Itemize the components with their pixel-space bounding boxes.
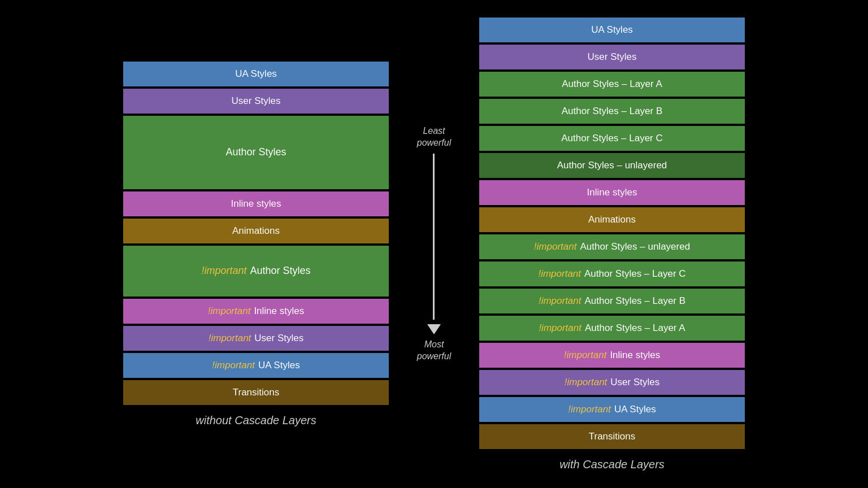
important-author-unlayered-important-label: !important <box>534 241 577 252</box>
middle-section: Leastpowerful Mostpowerful <box>389 11 479 477</box>
ua-styles-row: UA Styles <box>123 62 389 86</box>
important-author-layer-a-important-label: !important <box>539 323 581 334</box>
important-author-layer-a-row: !important Author Styles – Layer A <box>479 316 745 341</box>
arrow-line <box>433 154 435 320</box>
arrow-container: Leastpowerful Mostpowerful <box>417 125 451 363</box>
important-author-layer-b-important-label: !important <box>539 295 581 307</box>
arrow-shaft <box>433 149 435 325</box>
left-diagram-label: without Cascade Layers <box>196 414 316 427</box>
important-inline-row: !important Inline styles <box>123 299 389 324</box>
important-ua-row: !important UA Styles <box>479 397 745 422</box>
main-container: UA StylesUser StylesAuthor StylesInline … <box>0 0 868 488</box>
author-unlayered-row: Author Styles – unlayered <box>479 153 745 178</box>
important-inline-important-label: !important <box>208 306 251 317</box>
user-styles-row: User Styles <box>479 45 745 69</box>
author-layer-b-row: Author Styles – Layer B <box>479 99 745 124</box>
transitions-row: Transitions <box>123 380 389 405</box>
inline-styles-row: Inline styles <box>479 180 745 205</box>
author-styles-row: Author Styles <box>123 116 389 189</box>
ua-styles-row: UA Styles <box>479 18 745 42</box>
right-diagram-wrapper: UA StylesUser StylesAuthor Styles – Laye… <box>479 18 745 471</box>
user-styles-row: User Styles <box>123 89 389 114</box>
author-layer-a-row: Author Styles – Layer A <box>479 72 745 97</box>
important-author-layer-c-row: !important Author Styles – Layer C <box>479 262 745 286</box>
important-inline-important-label: !important <box>564 350 607 361</box>
important-ua-important-label: !important <box>568 404 611 415</box>
arrow-head <box>427 324 441 334</box>
inline-styles-row: Inline styles <box>123 191 389 216</box>
important-user-row: !important User Styles <box>123 326 389 351</box>
most-powerful-label: Mostpowerful <box>417 339 451 363</box>
animations-row: Animations <box>123 219 389 243</box>
right-diagram: UA StylesUser StylesAuthor Styles – Laye… <box>479 18 745 449</box>
important-user-important-label: !important <box>565 377 607 388</box>
left-diagram: UA StylesUser StylesAuthor StylesInline … <box>123 62 389 405</box>
important-author-row: !important Author Styles <box>123 246 389 297</box>
important-user-important-label: !important <box>209 333 251 344</box>
important-author-important-label: !important <box>201 265 246 277</box>
important-user-row: !important User Styles <box>479 370 745 395</box>
least-powerful-label: Leastpowerful <box>417 125 451 149</box>
left-diagram-wrapper: UA StylesUser StylesAuthor StylesInline … <box>123 62 389 427</box>
animations-row: Animations <box>479 207 745 232</box>
important-ua-important-label: !important <box>212 360 255 371</box>
transitions-row: Transitions <box>479 424 745 449</box>
important-ua-row: !important UA Styles <box>123 353 389 378</box>
important-author-unlayered-row: !important Author Styles – unlayered <box>479 234 745 259</box>
important-author-layer-c-important-label: !important <box>538 268 581 280</box>
author-layer-c-row: Author Styles – Layer C <box>479 126 745 151</box>
important-author-layer-b-row: !important Author Styles – Layer B <box>479 289 745 313</box>
right-diagram-label: with Cascade Layers <box>559 458 665 471</box>
important-inline-row: !important Inline styles <box>479 343 745 368</box>
